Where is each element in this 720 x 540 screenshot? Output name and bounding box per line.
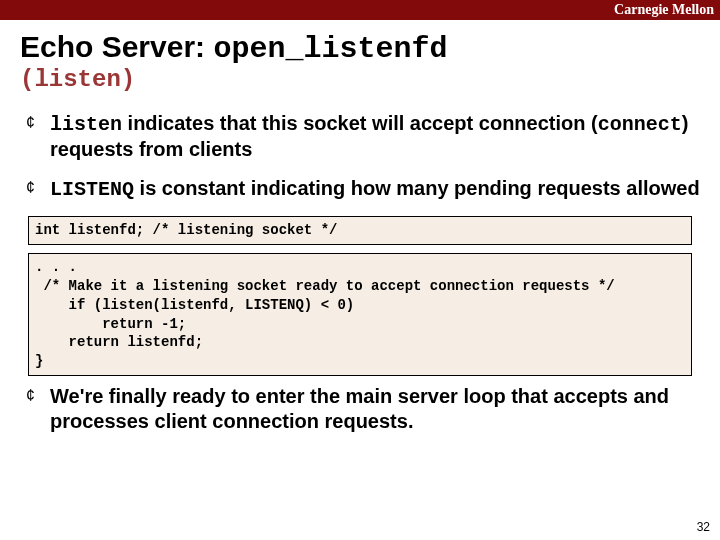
- page-number: 32: [697, 520, 710, 534]
- bullet-item: LISTENQ is constant indicating how many …: [26, 176, 700, 202]
- code-box-1: int listenfd; /* listening socket */: [28, 216, 692, 245]
- slide-title: Echo Server: open_listenfd: [20, 30, 700, 66]
- bullet-item: listen indicates that this socket will a…: [26, 111, 700, 162]
- bullet-text: We're finally ready to enter the main se…: [50, 385, 669, 432]
- header-bar: Carnegie Mellon: [0, 0, 720, 20]
- bullet-list-bottom: We're finally ready to enter the main se…: [20, 384, 700, 434]
- bullet-item: We're finally ready to enter the main se…: [26, 384, 700, 434]
- slide-content: Echo Server: open_listenfd (listen) list…: [0, 20, 720, 434]
- header-label: Carnegie Mellon: [614, 2, 720, 18]
- title-prefix: Echo Server:: [20, 30, 213, 63]
- bullet-text: is constant indicating how many pending …: [134, 177, 700, 199]
- bullet-text: indicates that this socket will accept c…: [122, 112, 598, 134]
- bullet-mono: listen: [50, 113, 122, 136]
- bullet-mono: connect: [598, 113, 682, 136]
- code-box-2: . . . /* Make it a listening socket read…: [28, 253, 692, 376]
- bullet-mono: LISTENQ: [50, 178, 134, 201]
- title-funcname: open_listenfd: [213, 32, 447, 66]
- slide-subtitle: (listen): [20, 66, 700, 93]
- bullet-list-top: listen indicates that this socket will a…: [20, 111, 700, 202]
